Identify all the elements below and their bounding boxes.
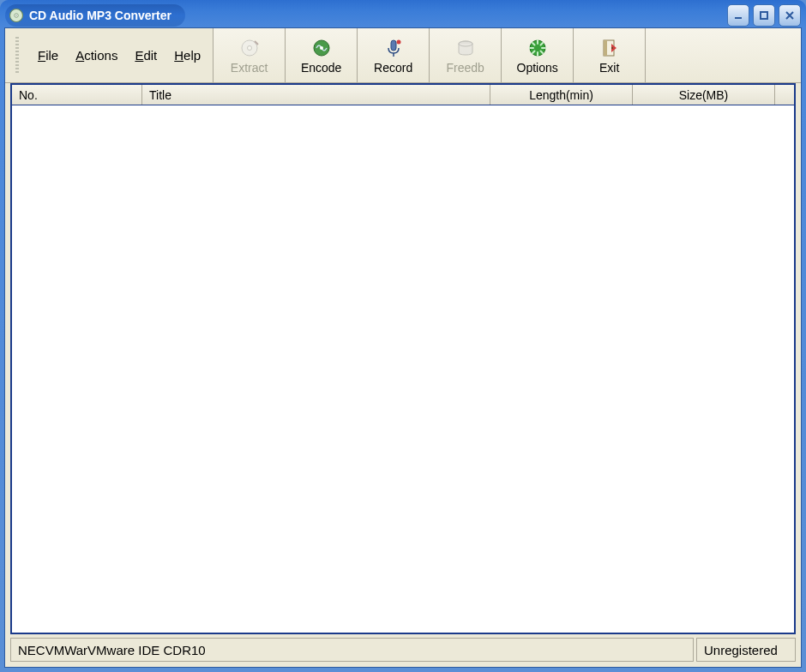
menu-edit[interactable]: Edit [133,46,159,64]
menu-actions[interactable]: Actions [74,46,119,64]
maximize-button[interactable] [753,4,775,27]
status-registration: Unregistered [696,638,796,662]
status-registration-text: Unregistered [704,643,778,657]
menubar-grip [15,37,19,75]
column-no[interactable]: No. [12,85,142,105]
svg-point-8 [320,46,323,50]
column-title-label: Title [149,88,171,102]
svg-point-11 [396,39,400,44]
column-size[interactable]: Size(MB) [633,85,775,105]
freedb-button: Freedb [430,28,502,82]
svg-rect-24 [604,40,607,56]
encode-button[interactable]: Encode [286,28,358,82]
column-title[interactable]: Title [142,85,490,105]
freedb-label: Freedb [446,61,484,75]
record-button[interactable]: Record [358,28,430,82]
toolbar: Extract Encode Record [214,28,801,82]
menu-help[interactable]: Help [172,46,202,64]
column-no-label: No. [19,88,38,102]
svg-rect-9 [391,40,396,51]
column-spacer [775,85,794,105]
record-icon [382,37,405,59]
options-icon [526,37,549,59]
exit-icon [598,37,621,59]
client-area: File Actions Edit Help Extract Encode [4,27,802,668]
encode-icon [310,37,333,59]
svg-point-25 [611,47,613,49]
column-size-label: Size(MB) [679,88,729,102]
column-length[interactable]: Length(min) [490,85,633,105]
toolbar-spacer [646,28,801,82]
svg-point-6 [247,45,251,50]
titlebar[interactable]: CD Audio MP3 Converter [0,0,806,27]
application-window: CD Audio MP3 Converter File Actions Edit… [0,0,806,672]
track-list[interactable]: No. Title Length(min) Size(MB) [10,83,796,634]
minimize-button[interactable] [727,4,749,27]
svg-rect-3 [735,17,742,19]
menu-file[interactable]: File [36,46,60,64]
exit-label: Exit [599,61,619,75]
list-header: No. Title Length(min) Size(MB) [12,85,794,105]
extract-button: Extract [214,28,286,82]
toolbar-row: File Actions Edit Help Extract Encode [5,28,801,83]
options-button[interactable]: Options [502,28,574,82]
encode-label: Encode [301,61,341,75]
extract-icon [238,37,261,59]
close-button[interactable] [779,4,801,27]
status-device-text: NECVMWarVMware IDE CDR10 [18,643,206,657]
record-label: Record [374,61,412,75]
exit-button[interactable]: Exit [574,28,646,82]
title-container: CD Audio MP3 Converter [5,4,185,27]
status-device: NECVMWarVMware IDE CDR10 [10,638,694,662]
window-title: CD Audio MP3 Converter [29,9,171,22]
freedb-icon [454,37,477,59]
statusbar: NECVMWarVMware IDE CDR10 Unregistered [10,638,796,662]
menubar: File Actions Edit Help [5,28,214,82]
extract-label: Extract [231,61,268,75]
options-label: Options [517,61,558,75]
svg-point-2 [15,15,17,16]
app-icon [9,8,24,23]
window-controls [727,4,801,27]
svg-rect-4 [761,12,767,19]
column-length-label: Length(min) [529,88,593,102]
